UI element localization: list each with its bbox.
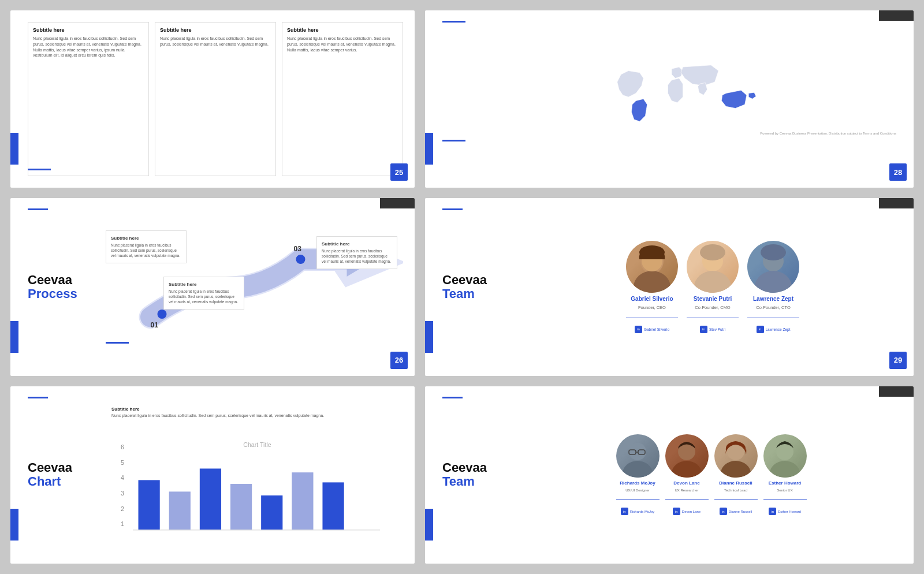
slide-25-col-3: Subtitle here Nunc placerat ligula in er… xyxy=(282,22,403,176)
process-card-1: Subtitle here Nunc placerat ligula in er… xyxy=(106,230,187,263)
bar-chart-area: 6 5 4 3 2 1 Chart Title xyxy=(111,423,403,552)
blue-accent-28 xyxy=(442,21,465,23)
blue-sidebar-29 xyxy=(425,321,433,353)
dianne-divider xyxy=(714,500,758,500)
richards-linkedin: in Richards McJoy xyxy=(621,508,655,515)
li-icon-stevanie: in xyxy=(700,326,707,333)
slide-number-28: 28 xyxy=(889,163,907,181)
slide-26: Ceevaa Process 01 02 xyxy=(10,198,415,375)
svg-rect-25 xyxy=(169,491,191,530)
svg-point-12 xyxy=(700,244,725,260)
black-bar-team2 xyxy=(879,386,914,397)
team-member-dianne: Dianne Russell Technical Lead in Dianne … xyxy=(714,434,758,515)
gabriel-li-text: Gabriel Silverio xyxy=(644,327,669,331)
blue-accent-chart xyxy=(28,397,48,398)
svg-point-3 xyxy=(296,255,305,264)
li-icon-gabriel: in xyxy=(635,326,642,333)
col3-text: Nunc placerat ligula in eros faucibus so… xyxy=(287,36,398,53)
svg-text:3: 3 xyxy=(121,490,124,497)
svg-text:6: 6 xyxy=(121,443,124,450)
slide-25-col-1: Subtitle here Nunc placerat ligula in er… xyxy=(28,22,149,176)
devon-divider xyxy=(665,500,709,500)
dianne-linkedin: in Dianne Russell xyxy=(720,508,752,515)
team-member-esther: Esther Howard Senior UX in Esther Howard xyxy=(763,434,807,515)
avatar-esther xyxy=(763,434,807,478)
process-title-blue: Process xyxy=(28,287,97,301)
svg-text:5: 5 xyxy=(121,459,124,465)
chart-title-blue: Chart xyxy=(28,475,103,489)
map-area xyxy=(442,57,896,137)
dianne-role: Technical Lead xyxy=(724,489,747,492)
card1-title: Subtitle here xyxy=(111,236,181,241)
devon-li-text: Devon Lane xyxy=(682,510,701,513)
avatar-dianne xyxy=(714,434,758,478)
team-member-lawrence: Lawrence Zept Co-Founder, CTO in Lawrenc… xyxy=(747,241,799,333)
blue-sidebar-chart xyxy=(10,509,18,541)
process-title-black: Ceevaa xyxy=(28,273,97,287)
slide-team2: Ceevaa Team Richards McJoy UX/UI Des xyxy=(425,386,914,564)
svg-text:1: 1 xyxy=(121,520,124,527)
li-icon-richards: in xyxy=(621,508,628,515)
slide-chart-title: Ceevaa Chart xyxy=(28,398,103,552)
slide-26-content: Ceevaa Process 01 02 xyxy=(10,198,415,375)
svg-point-13 xyxy=(694,271,731,293)
richards-name: Richards McJoy xyxy=(620,480,655,486)
col1-text: Nunc placerat ligula in eros faucibus so… xyxy=(33,36,144,58)
svg-rect-27 xyxy=(230,484,252,530)
black-bar-26 xyxy=(380,198,415,208)
chart-subtitle: Subtitle here xyxy=(111,407,403,412)
lawrence-role: Co-Founder, CTO xyxy=(756,305,790,310)
esther-linkedin: in Esther Howard xyxy=(769,508,801,515)
slide-chart-right: Subtitle here Nunc placerat ligula in er… xyxy=(111,398,403,552)
blue-line-26 xyxy=(106,342,129,344)
devon-name: Devon Lane xyxy=(673,480,699,486)
svg-point-33 xyxy=(623,461,653,478)
devon-role: UX Researcher xyxy=(675,489,698,492)
team-grid-29: Gabriel Silverio Founder, CEO in Gabriel… xyxy=(529,210,896,364)
svg-rect-30 xyxy=(322,482,344,530)
stevanie-name: Stevanie Putri xyxy=(694,296,732,302)
slide-team2-content: Ceevaa Team Richards McJoy UX/UI Des xyxy=(425,386,914,564)
slide-number-26: 26 xyxy=(390,352,408,369)
card3-title: Subtitle here xyxy=(322,241,392,247)
gabriel-name: Gabriel Silverio xyxy=(631,296,673,302)
team-member-richards: Richards McJoy UX/UI Designer in Richard… xyxy=(616,434,660,515)
slide-team2-title: Ceevaa Team xyxy=(442,398,517,552)
li-icon-esther: in xyxy=(769,508,776,515)
avatar-gabriel xyxy=(626,241,678,293)
stevanie-divider xyxy=(687,318,739,318)
svg-rect-29 xyxy=(292,472,313,530)
blue-accent-team2 xyxy=(442,397,463,398)
slide-25-content: Subtitle here Nunc placerat ligula in er… xyxy=(10,10,415,188)
richards-li-text: Richards McJoy xyxy=(630,510,655,513)
blue-sidebar-bar xyxy=(10,133,18,165)
svg-text:01: 01 xyxy=(151,321,159,329)
avatar-richards xyxy=(616,434,660,478)
svg-point-42 xyxy=(770,461,800,478)
svg-text:Chart Title: Chart Title xyxy=(243,441,271,448)
devon-linkedin: in Devon Lane xyxy=(673,508,701,515)
blue-sidebar-26 xyxy=(10,321,18,353)
lawrence-divider xyxy=(747,318,799,318)
avatar-stevanie xyxy=(687,241,739,293)
blue-accent-29 xyxy=(442,208,463,210)
team-grid-2: Richards McJoy UX/UI Designer in Richard… xyxy=(526,398,896,552)
slide-26-right: 01 02 03 Subtitle here Nunc placerat lig… xyxy=(106,210,403,364)
esther-name: Esther Howard xyxy=(769,480,801,486)
slide-chart-content: Ceevaa Chart Subtitle here Nunc placerat… xyxy=(10,386,415,564)
team2-title-blue: Team xyxy=(442,475,517,489)
lawrence-name: Lawrence Zept xyxy=(753,296,793,302)
svg-point-8 xyxy=(634,271,670,293)
lawrence-li-text: Lawrence Zept xyxy=(766,327,791,331)
dianne-name: Dianne Russell xyxy=(719,480,752,486)
svg-point-32 xyxy=(629,443,646,460)
slide-29-content: Ceevaa Team Gabriel Silverio Founder xyxy=(425,198,914,375)
slide-26-title: Ceevaa Process xyxy=(28,210,97,364)
slide-chart: Ceevaa Chart Subtitle here Nunc placerat… xyxy=(10,386,415,564)
process-card-3: Subtitle here Nunc placerat ligula in er… xyxy=(316,236,397,269)
esther-divider xyxy=(763,500,807,500)
slide-29-title: Ceevaa Team xyxy=(442,210,517,364)
svg-rect-28 xyxy=(261,495,282,530)
richards-divider xyxy=(616,500,660,500)
slide-number-29: 29 xyxy=(889,352,907,369)
